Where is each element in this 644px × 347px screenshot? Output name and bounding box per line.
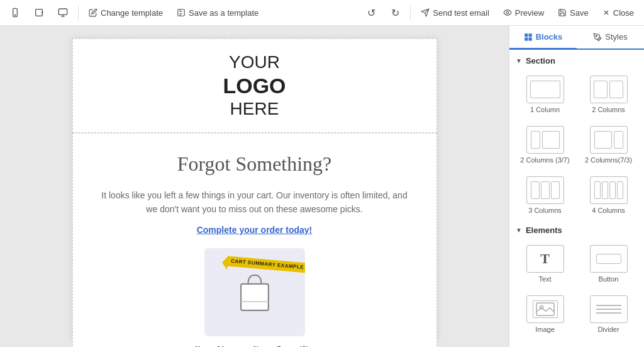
svg-rect-18: [528, 37, 531, 40]
element-divider[interactable]: Divider: [579, 292, 638, 337]
3-columns-label: 3 Columns: [528, 207, 562, 214]
main-area: YOUR LOGO HERE Forgot Something? It look…: [0, 26, 644, 347]
email-body-text: It looks like you left a few things in y…: [98, 188, 411, 217]
redo-icon: ↻: [391, 7, 399, 19]
email-headline: Forgot Something?: [98, 152, 411, 176]
close-btn[interactable]: Close: [597, 6, 639, 20]
preview-btn[interactable]: Preview: [498, 6, 549, 20]
svg-point-19: [596, 35, 597, 37]
email-body[interactable]: Forgot Something? It looks like you left…: [72, 133, 437, 347]
preview-label: Preview: [515, 8, 544, 18]
styles-tab-label: Styles: [605, 32, 627, 42]
svg-point-3: [42, 12, 43, 13]
cart-section: CART SUMMARY EXAMPLE Item Name x Item Qu…: [98, 248, 411, 347]
close-label: Close: [613, 8, 634, 18]
svg-rect-7: [178, 9, 185, 16]
2-columns-label: 2 Columns: [592, 106, 625, 113]
block-4-columns[interactable]: 4 Columns: [579, 173, 638, 218]
logo-section[interactable]: YOUR LOGO HERE: [72, 38, 437, 133]
svg-rect-16: [528, 33, 531, 37]
block-2-columns-37[interactable]: 2 Columns (3/7): [516, 122, 574, 168]
svg-rect-13: [241, 284, 269, 310]
section-title: Section: [526, 56, 555, 65]
change-template-label: Change template: [101, 8, 163, 18]
1-column-icon: [526, 76, 564, 103]
svg-point-1: [14, 14, 15, 15]
change-template-btn[interactable]: Change template: [84, 6, 168, 20]
divider-1: [78, 5, 79, 20]
elements-grid: T Text Button: [516, 241, 638, 337]
logo-text: YOUR LOGO HERE: [86, 52, 424, 120]
4-columns-icon: [590, 176, 628, 204]
1-column-label: 1 Column: [530, 106, 560, 113]
right-panel: Blocks Styles ▼ Section 1 Column: [509, 26, 644, 347]
2-columns-37-icon: [526, 126, 564, 154]
element-text[interactable]: T Text: [516, 241, 574, 287]
shopping-bag-icon: [233, 267, 277, 317]
tablet-icon-btn[interactable]: [29, 3, 49, 23]
cart-item-name: Item Name x Item Quantity: [195, 344, 313, 347]
save-as-template-label: Save as a template: [189, 8, 258, 18]
undo-icon: ↺: [367, 7, 375, 19]
tab-blocks[interactable]: Blocks: [509, 26, 577, 50]
2-columns-73-icon: [590, 126, 628, 154]
divider-2: [410, 5, 411, 20]
image-element-label: Image: [535, 326, 555, 333]
button-element-icon: [590, 245, 628, 273]
svg-rect-17: [525, 37, 528, 40]
mobile-icon-btn[interactable]: [5, 3, 25, 23]
block-2-columns[interactable]: 2 Columns: [579, 72, 638, 117]
elements-title: Elements: [526, 225, 562, 235]
redo-btn[interactable]: ↻: [385, 3, 405, 23]
send-test-email-btn[interactable]: Send test email: [416, 6, 494, 20]
undo-btn[interactable]: ↺: [361, 3, 381, 23]
svg-rect-15: [525, 33, 528, 37]
cart-image-container[interactable]: CART SUMMARY EXAMPLE: [204, 248, 305, 336]
block-1-column[interactable]: 1 Column: [516, 72, 574, 117]
desktop-icon-btn[interactable]: [53, 3, 73, 23]
email-cta-link[interactable]: Complete your order today!: [197, 225, 313, 235]
toolbar: Change template Save as a template ↺ ↻ S…: [0, 0, 644, 26]
element-image[interactable]: Image: [516, 292, 574, 337]
save-label: Save: [570, 8, 589, 18]
elements-header[interactable]: ▼ Elements: [516, 225, 638, 235]
block-2-columns-73[interactable]: 2 Columns(7/3): [579, 122, 638, 168]
send-test-email-label: Send test email: [433, 8, 489, 18]
tab-styles[interactable]: Styles: [577, 26, 644, 50]
section-grid: 1 Column 2 Columns 2 Columns (3/7): [516, 72, 638, 218]
2-columns-73-label: 2 Columns(7/3): [585, 156, 632, 164]
element-button[interactable]: Button: [579, 241, 638, 287]
svg-rect-4: [58, 9, 67, 14]
panel-tabs: Blocks Styles: [509, 26, 644, 50]
section-arrow-icon: ▼: [516, 57, 522, 64]
2-columns-icon: [590, 76, 628, 103]
save-btn[interactable]: Save: [553, 6, 594, 20]
text-element-icon: T: [526, 245, 564, 273]
button-element-label: Button: [599, 275, 619, 283]
3-columns-icon: [526, 176, 564, 204]
blocks-tab-label: Blocks: [536, 32, 563, 42]
save-as-template-btn[interactable]: Save as a template: [172, 6, 264, 20]
2-columns-37-label: 2 Columns (3/7): [520, 156, 569, 164]
svg-point-10: [506, 11, 509, 14]
panel-content: ▼ Section 1 Column 2 Columns: [509, 50, 644, 347]
image-element-icon: [526, 295, 564, 323]
elements-arrow-icon: ▼: [516, 227, 522, 234]
email-canvas: YOUR LOGO HERE Forgot Something? It look…: [72, 38, 437, 341]
canvas-area[interactable]: YOUR LOGO HERE Forgot Something? It look…: [0, 26, 509, 347]
section-header[interactable]: ▼ Section: [516, 56, 638, 65]
divider-element-label: Divider: [597, 326, 619, 333]
text-element-label: Text: [538, 275, 551, 283]
svg-rect-2: [36, 9, 43, 16]
4-columns-label: 4 Columns: [592, 207, 625, 214]
block-3-columns[interactable]: 3 Columns: [516, 173, 574, 218]
divider-element-icon: [590, 295, 628, 323]
